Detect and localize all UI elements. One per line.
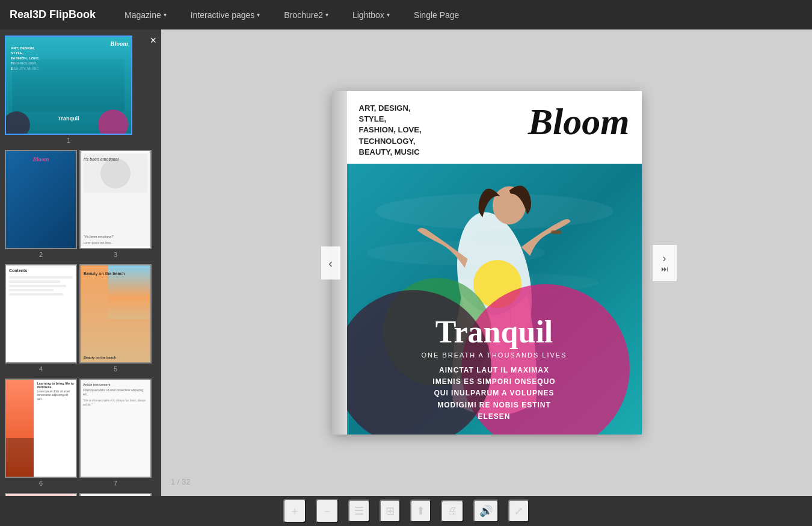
- zoom-in-button[interactable]: ＋: [283, 499, 306, 523]
- toc-icon: ☰: [354, 504, 364, 518]
- list-item[interactable]: 9: [79, 493, 152, 496]
- list-item[interactable]: Bloom ART, DESIGN,STYLE,FASHION, LOVE,TE…: [5, 36, 132, 144]
- page-5-thumbnail[interactable]: Beauty on the beach: [79, 264, 152, 364]
- thumbnail-row-4-5: Contents 4: [5, 264, 156, 373]
- print-icon: 🖨: [447, 505, 458, 518]
- prev-page-button[interactable]: ‹: [321, 246, 340, 279]
- fullscreen-icon: ⤢: [514, 504, 523, 518]
- page-5-number: 5: [114, 365, 117, 373]
- grid-view-button[interactable]: ⊞: [380, 500, 401, 522]
- list-item[interactable]: Article text content Lorem ipsum dolor s…: [79, 379, 152, 487]
- nav-single-page[interactable]: Single Page: [409, 8, 464, 22]
- cover-text-overlay: Tranquil ONE BREATH A THOUSANDS LIVES AI…: [347, 317, 642, 422]
- thumbnail-group-1: Bloom ART, DESIGN,STYLE,FASHION, LOVE,TE…: [5, 36, 156, 144]
- cover-main-image: csvge© Tranquil ONE BREATH A THOUSANDS L…: [347, 164, 642, 435]
- chevron-down-icon: ▾: [325, 11, 328, 18]
- svg-rect-6: [550, 231, 561, 234]
- list-item[interactable]: Mystery 8: [5, 493, 77, 496]
- share-button[interactable]: ⬆: [410, 500, 431, 522]
- thumbnail-group-8-9: Mystery 8 9: [5, 493, 156, 496]
- list-item[interactable]: "it's been emotional" Lorem ipsum text l…: [79, 150, 152, 258]
- grid-icon: ⊞: [386, 504, 395, 518]
- chevron-down-icon: ▾: [257, 11, 260, 18]
- toc-button[interactable]: ☰: [348, 500, 370, 522]
- chevron-down-icon: ▾: [164, 11, 167, 18]
- page-4-thumbnail[interactable]: Contents: [5, 264, 77, 364]
- bloom-label: Bloom: [110, 40, 128, 47]
- prev-arrow-icon: ‹: [328, 256, 333, 270]
- thumbnail-group-2-3: 2 "it's been emotional" Lorem ipsum text…: [5, 150, 156, 258]
- top-navigation: Real3D FlipBook Magazine ▾ Interactive p…: [0, 0, 812, 29]
- feature-subtitle: ONE BREATH A THOUSANDS LIVES: [347, 351, 642, 359]
- page-9-thumbnail[interactable]: [79, 493, 152, 496]
- current-page: 1: [171, 477, 175, 486]
- sound-icon: 🔊: [479, 504, 493, 518]
- sound-button[interactable]: 🔊: [473, 500, 499, 522]
- chevron-down-icon: ▾: [387, 11, 390, 18]
- cover-title: Bloom: [528, 103, 630, 140]
- share-icon: ⬆: [416, 504, 425, 518]
- page-1-number: 1: [67, 137, 70, 144]
- thumbnail-group-6-7: Learning to bring life to darkness Lorem…: [5, 379, 156, 487]
- thumbnail-row-2-3: 2 "it's been emotional" Lorem ipsum text…: [5, 150, 156, 258]
- zoom-out-icon: －: [322, 504, 333, 518]
- total-pages: 32: [182, 477, 190, 486]
- main-content: × Bloom ART, DESIGN,STYLE,FASHION, LOVE,…: [0, 29, 812, 496]
- next-arrow-icon: ›: [663, 253, 666, 264]
- feature-body: AINCTAT LAUT IL MAXIMAX IMENIS ES SIMPOR…: [347, 365, 642, 422]
- tranquil-title: Tranquil: [347, 317, 642, 348]
- page-indicator: 1 / 32: [171, 477, 191, 486]
- list-item[interactable]: Beauty on the beach 5: [79, 264, 152, 373]
- page-6-number: 6: [39, 480, 43, 487]
- page-3-thumbnail[interactable]: "it's been emotional" Lorem ipsum text l…: [79, 150, 152, 249]
- zoom-in-icon: ＋: [289, 504, 300, 518]
- page-8-thumbnail[interactable]: Mystery: [5, 493, 77, 496]
- next-page-button[interactable]: › ⏭: [653, 245, 677, 281]
- thumbnail-row-1: Bloom ART, DESIGN,STYLE,FASHION, LOVE,TE…: [5, 36, 156, 144]
- list-item[interactable]: 2: [5, 150, 77, 258]
- list-item[interactable]: Learning to bring life to darkness Lorem…: [5, 379, 77, 487]
- last-page-icon: ⏭: [661, 265, 668, 273]
- page-7-number: 7: [114, 480, 117, 487]
- nav-interactive-pages[interactable]: Interactive pages ▾: [186, 8, 265, 22]
- bottom-toolbar: ＋ － ☰ ⊞ ⬆ 🖨 🔊 ⤢: [0, 496, 812, 526]
- list-item[interactable]: Contents 4: [5, 264, 77, 373]
- page-2-thumbnail[interactable]: [5, 150, 77, 249]
- nav-brochure2[interactable]: Brochure2 ▾: [279, 8, 333, 22]
- zoom-out-button[interactable]: －: [316, 499, 339, 523]
- page-1-thumbnail[interactable]: Bloom ART, DESIGN,STYLE,FASHION, LOVE,TE…: [5, 36, 132, 135]
- book-container: ‹ ART, DESIGN,STYLE,FASHION, LOVE,TECHNO…: [332, 91, 642, 435]
- thumbnail-row-8-9: Mystery 8 9: [5, 493, 156, 496]
- cover-taglines: ART, DESIGN,STYLE,FASHION, LOVE,TECHNOLO…: [359, 103, 422, 158]
- nav-magazine[interactable]: Magazine ▾: [120, 8, 171, 22]
- page-4-number: 4: [39, 365, 43, 373]
- page-2-number: 2: [39, 251, 43, 258]
- thumbnail-group-4-5: Contents 4: [5, 264, 156, 373]
- book-viewer: ‹ ART, DESIGN,STYLE,FASHION, LOVE,TECHNO…: [161, 29, 812, 496]
- magazine-page: ART, DESIGN,STYLE,FASHION, LOVE,TECHNOLO…: [347, 91, 642, 435]
- print-button[interactable]: 🖨: [441, 500, 464, 522]
- cover-header: ART, DESIGN,STYLE,FASHION, LOVE,TECHNOLO…: [347, 91, 642, 164]
- nav-lightbox[interactable]: Lightbox ▾: [348, 8, 395, 22]
- thumbnail-row-6-7: Learning to bring life to darkness Lorem…: [5, 379, 156, 487]
- page-thumbnails-sidebar: × Bloom ART, DESIGN,STYLE,FASHION, LOVE,…: [0, 29, 161, 496]
- page-7-thumbnail[interactable]: Article text content Lorem ipsum dolor s…: [79, 379, 152, 478]
- close-sidebar-button[interactable]: ×: [150, 34, 156, 47]
- page-6-thumbnail[interactable]: Learning to bring life to darkness Lorem…: [5, 379, 77, 478]
- fullscreen-button[interactable]: ⤢: [508, 500, 529, 522]
- app-brand: Real3D FlipBook: [10, 8, 96, 21]
- page-3-number: 3: [114, 251, 117, 258]
- book-spread: ART, DESIGN,STYLE,FASHION, LOVE,TECHNOLO…: [332, 91, 642, 435]
